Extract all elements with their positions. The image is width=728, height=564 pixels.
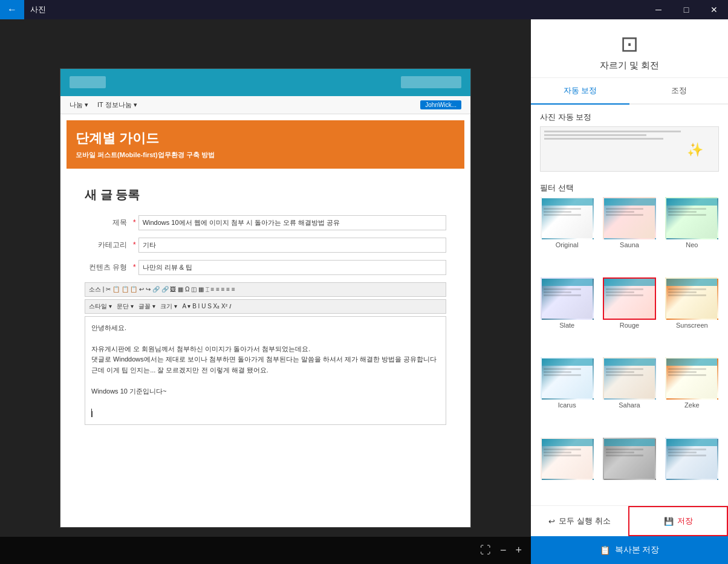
back-icon: ← [7,4,17,15]
webpage-banner: 단계별 가이드 모바일 퍼스트(Mobile-first)업무환경 구축 방법 [67,120,464,169]
category-field: 기타 [138,238,446,253]
photo-area: 나눔 ▾ IT 정보나눔 ▾ JohnWick... 단계별 가이드 모바일 퍼… [0,19,531,564]
filter-label-rouge: Rouge [620,322,639,329]
save-button[interactable]: 💾 저장 [628,506,728,536]
banner-subtitle: 모바일 퍼스트(Mobile-first)업무환경 구축 방법 [76,151,455,160]
banner-title: 단계별 가이드 [76,129,455,147]
maximize-button[interactable]: □ [672,0,700,19]
filter-item-extra3[interactable] [663,438,721,506]
wand-icon: ✨ [687,142,703,158]
title-field: Windows 10에서 웹에 이미지 첨부 시 돌아가는 오류 해결방법 공유 [138,215,446,230]
fullscreen-button[interactable]: ⛶ [480,544,491,557]
auto-correct-title: 사진 자동 보정 [531,105,728,126]
maximize-icon: □ [684,5,689,15]
minimize-icon: ─ [655,5,661,15]
photo-container: 나눔 ▾ IT 정보나눔 ▾ JohnWick... 단계별 가이드 모바일 퍼… [0,19,531,564]
auto-correct-preview: ✨ [540,126,719,172]
form-row-category: 카테고리 * 기타 [85,238,446,253]
undo-icon: ↩ [548,517,555,526]
filter-label-sauna: Sauna [620,241,639,248]
filter-label-icarus: Icarus [558,401,576,409]
filter-item-icarus[interactable]: Icarus [538,357,596,433]
editor-toolbar-2: 스타일 ▾ 문단 ▾ 글꼴 ▾ 크기 ▾ A ▾ B I U S X₂ X² 𝐼 [85,299,446,314]
zoom-in-button[interactable]: + [515,544,522,557]
content-type-field: 나만의 리뷰 & 팁 [138,260,446,275]
undo-button[interactable]: ↩ 모두 실행 취소 [531,506,628,536]
filter-label-neo: Neo [686,241,698,248]
panel-actions: ↩ 모두 실행 취소 💾 저장 [531,505,728,536]
window-controls: ─ □ ✕ [645,0,728,19]
filter-item-neo[interactable]: Neo [663,197,721,273]
bottom-toolbar: ⛶ − + [0,537,531,564]
filter-label-sunscreen: Sunscreen [676,322,708,329]
minimize-button[interactable]: ─ [645,0,672,19]
filter-item-rouge[interactable]: Rouge [600,277,658,353]
filter-grid: Original Sauna Neo Slate Rouge [531,197,728,505]
editor-toolbar: 소스 | ✂ 📋 📋 📋 ↩ ↪ 🔗 🔗 🖼 ▦ Ω ◫ ▦ ⌶ ≡ ≡ ≡ ≡… [85,282,446,297]
filter-label-slate: Slate [559,322,574,329]
tab-auto-correct[interactable]: 자동 보정 [531,78,629,105]
form-heading: 새 글 등록 [85,187,446,203]
filter-item-extra1[interactable] [538,438,596,506]
editor-content: 안녕하세요. 자유게시판에 오 회원님께서 첨부하신 이미지가 돌아가서 첨부되… [85,316,446,425]
filter-item-zeke[interactable]: Zeke [663,357,721,433]
filter-item-slate[interactable]: Slate [538,277,596,353]
copy-icon: 📋 [600,545,610,555]
save-copy-button[interactable]: 📋 복사본 저장 [531,536,728,564]
panel-title: 자르기 및 회전 [600,60,659,71]
auto-preview-text [541,127,718,143]
zoom-out-button[interactable]: − [500,544,507,557]
app-title: 사진 [24,4,645,15]
save-icon: 💾 [664,517,674,526]
filter-item-sahara[interactable]: Sahara [600,357,658,433]
filter-item-original[interactable]: Original [538,197,596,273]
photo-preview: 나눔 ▾ IT 정보나눔 ▾ JohnWick... 단계별 가이드 모바일 퍼… [60,68,471,528]
form-row-title: 제목 * Windows 10에서 웹에 이미지 첨부 시 돌아가는 오류 해결… [85,215,446,230]
close-button[interactable]: ✕ [700,0,728,19]
panel-tabs: 자동 보정 조정 [531,78,728,105]
filter-item-sunscreen[interactable]: Sunscreen [663,277,721,353]
webpage-header [60,69,470,96]
back-button[interactable]: ← [0,0,24,19]
crop-icon: ⊡ [620,31,639,57]
filter-item-sauna[interactable]: Sauna [600,197,658,273]
filter-section-title: 필터 선택 [531,178,728,197]
webpage-nav: 나눔 ▾ IT 정보나눔 ▾ JohnWick... [60,96,470,114]
filter-item-extra2[interactable] [600,438,658,506]
titlebar: ← 사진 ─ □ ✕ [0,0,728,19]
panel-header: ⊡ 자르기 및 회전 [531,19,728,78]
filter-label-sahara: Sahara [619,401,640,409]
webpage-body: 새 글 등록 제목 * Windows 10에서 웹에 이미지 첨부 시 돌아가… [60,175,470,437]
form-row-content-type: 컨텐츠 유형 * 나만의 리뷰 & 팁 [85,260,446,275]
right-panel: ⊡ 자르기 및 회전 자동 보정 조정 사진 자동 보정 ✨ 필터 선택 Ori… [531,19,728,564]
tab-adjust[interactable]: 조정 [629,78,728,103]
close-icon: ✕ [710,5,718,15]
filter-label-original: Original [556,241,579,248]
filter-label-zeke: Zeke [684,401,699,409]
